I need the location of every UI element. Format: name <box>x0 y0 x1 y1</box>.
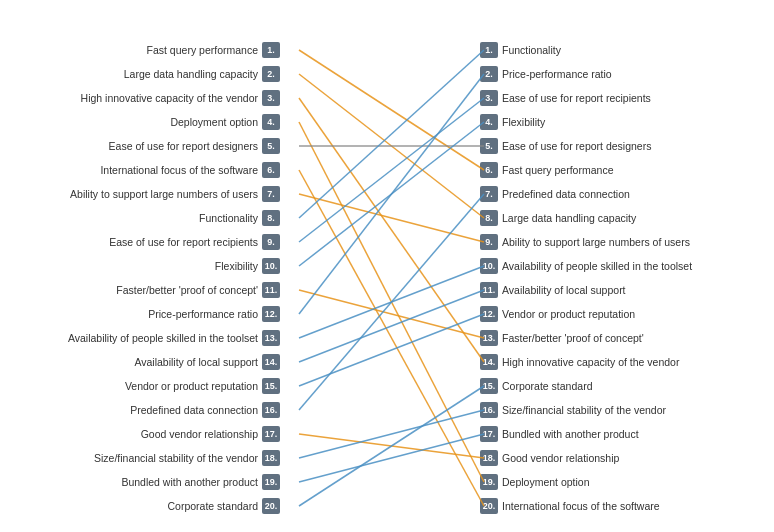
left-label-text: Size/financial stability of the vendor <box>94 452 258 464</box>
right-badge: 17. <box>480 426 498 442</box>
left-badge: 5. <box>262 138 280 154</box>
right-label-text: Deployment option <box>502 476 590 488</box>
left-label-text: Bundled with another product <box>121 476 258 488</box>
left-badge: 7. <box>262 186 280 202</box>
right-label-text: Flexibility <box>502 116 545 128</box>
left-label-row: Size/financial stability of the vendor18… <box>0 446 280 470</box>
left-label-row: Ease of use for report recipients9. <box>0 230 280 254</box>
right-label-text: Functionality <box>502 44 561 56</box>
left-badge: 14. <box>262 354 280 370</box>
left-label-text: Predefined data connection <box>130 404 258 416</box>
left-label-row: Vendor or product reputation15. <box>0 374 280 398</box>
right-label-row: 10.Availability of people skilled in the… <box>480 254 774 278</box>
right-label-text: Ease of use for report designers <box>502 140 651 152</box>
right-badge: 9. <box>480 234 498 250</box>
right-badge: 11. <box>480 282 498 298</box>
left-label-text: Availability of local support <box>134 356 258 368</box>
left-label-text: Fast query performance <box>147 44 258 56</box>
right-badge: 18. <box>480 450 498 466</box>
left-label-row: Predefined data connection16. <box>0 398 280 422</box>
right-label-text: Large data handling capacity <box>502 212 636 224</box>
left-label-text: Deployment option <box>170 116 258 128</box>
left-badge: 4. <box>262 114 280 130</box>
left-label-row: Flexibility10. <box>0 254 280 278</box>
right-label-row: 11.Availability of local support <box>480 278 774 302</box>
right-labels: 1.Functionality2.Price-performance ratio… <box>480 38 774 518</box>
left-label-row: Ease of use for report designers5. <box>0 134 280 158</box>
connector-line <box>299 50 484 218</box>
left-badge: 18. <box>262 450 280 466</box>
right-badge: 8. <box>480 210 498 226</box>
left-label-text: Ease of use for report recipients <box>109 236 258 248</box>
right-label-row: 1.Functionality <box>480 38 774 62</box>
right-label-text: Faster/better 'proof of concept' <box>502 332 644 344</box>
left-badge: 8. <box>262 210 280 226</box>
right-label-text: Corporate standard <box>502 380 592 392</box>
left-labels: Fast query performance1.Large data handl… <box>0 38 280 518</box>
right-label-text: High innovative capacity of the vendor <box>502 356 679 368</box>
right-label-text: Predefined data connection <box>502 188 630 200</box>
right-label-text: Availability of people skilled in the to… <box>502 260 692 272</box>
connector-line <box>299 194 484 242</box>
right-badge: 10. <box>480 258 498 274</box>
connector-line <box>299 290 484 338</box>
left-label-row: Large data handling capacity2. <box>0 62 280 86</box>
left-label-text: Availability of people skilled in the to… <box>68 332 258 344</box>
right-label-row: 4.Flexibility <box>480 110 774 134</box>
right-badge: 12. <box>480 306 498 322</box>
left-badge: 11. <box>262 282 280 298</box>
left-badge: 13. <box>262 330 280 346</box>
right-label-text: Size/financial stability of the vendor <box>502 404 666 416</box>
connector-line <box>299 434 484 482</box>
right-label-row: 2.Price-performance ratio <box>480 62 774 86</box>
left-label-text: Faster/better 'proof of concept' <box>116 284 258 296</box>
connector-line <box>299 170 484 506</box>
right-label-row: 18.Good vendor relationship <box>480 446 774 470</box>
right-label-row: 14.High innovative capacity of the vendo… <box>480 350 774 374</box>
right-label-row: 17.Bundled with another product <box>480 422 774 446</box>
right-label-text: Fast query performance <box>502 164 613 176</box>
right-label-row: 12.Vendor or product reputation <box>480 302 774 326</box>
right-badge: 16. <box>480 402 498 418</box>
left-label-text: Vendor or product reputation <box>125 380 258 392</box>
left-badge: 16. <box>262 402 280 418</box>
connector-line <box>299 290 484 362</box>
left-label-row: International focus of the software6. <box>0 158 280 182</box>
connector-line <box>299 74 484 218</box>
right-label-row: 5.Ease of use for report designers <box>480 134 774 158</box>
right-label-text: Vendor or product reputation <box>502 308 635 320</box>
left-badge: 9. <box>262 234 280 250</box>
left-label-row: Ability to support large numbers of user… <box>0 182 280 206</box>
left-label-row: Fast query performance1. <box>0 38 280 62</box>
chart-container: Fast query performance1.Large data handl… <box>0 0 774 532</box>
left-label-text: Large data handling capacity <box>124 68 258 80</box>
right-label-row: 7.Predefined data connection <box>480 182 774 206</box>
connector-line <box>299 98 484 362</box>
connector-line <box>299 434 484 458</box>
left-badge: 17. <box>262 426 280 442</box>
connector-line <box>299 122 484 266</box>
right-label-text: Good vendor relationship <box>502 452 619 464</box>
right-label-row: 8.Large data handling capacity <box>480 206 774 230</box>
left-badge: 10. <box>262 258 280 274</box>
right-label-row: 6.Fast query performance <box>480 158 774 182</box>
left-badge: 12. <box>262 306 280 322</box>
right-label-text: Bundled with another product <box>502 428 639 440</box>
left-label-row: High innovative capacity of the vendor3. <box>0 86 280 110</box>
left-label-text: High innovative capacity of the vendor <box>81 92 258 104</box>
connector-line <box>299 98 484 242</box>
left-label-row: Good vendor relationship17. <box>0 422 280 446</box>
left-badge: 15. <box>262 378 280 394</box>
right-label-text: Price-performance ratio <box>502 68 612 80</box>
left-label-text: Functionality <box>199 212 258 224</box>
right-label-row: 13.Faster/better 'proof of concept' <box>480 326 774 350</box>
right-badge: 7. <box>480 186 498 202</box>
right-label-row: 19.Deployment option <box>480 470 774 494</box>
connector-line <box>299 194 484 410</box>
right-badge: 2. <box>480 66 498 82</box>
right-label-text: Ease of use for report recipients <box>502 92 651 104</box>
left-label-row: Availability of local support14. <box>0 350 280 374</box>
left-label-row: Functionality8. <box>0 206 280 230</box>
connector-line <box>299 314 484 386</box>
left-label-row: Deployment option4. <box>0 110 280 134</box>
